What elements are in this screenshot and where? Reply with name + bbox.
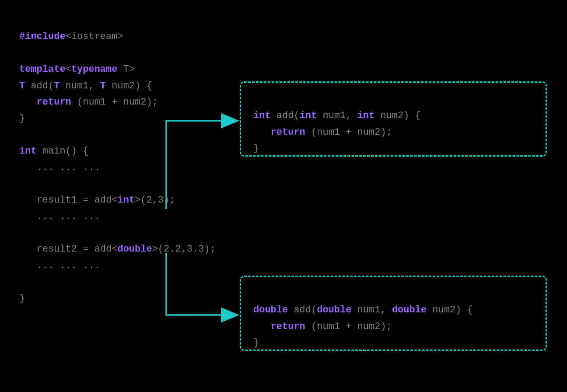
int-type-param: int (117, 195, 135, 206)
int-instantiation-box: int add(int num1, int num2) { return (nu… (240, 81, 547, 157)
template-keyword: template (19, 64, 66, 75)
return-keyword: return (37, 97, 71, 108)
include-target: <iostream> (66, 31, 123, 42)
typename-keyword: typename (71, 64, 118, 75)
int-keyword: int (19, 146, 37, 157)
ellipsis: ... ... ... (19, 162, 100, 173)
include-keyword: #include (19, 31, 66, 42)
double-instantiation-box: double add(double num1, double num2) { r… (240, 276, 547, 351)
int-return-type: int (253, 110, 271, 121)
return-keyword: return (271, 321, 305, 332)
ellipsis: ... ... ... (19, 260, 100, 271)
type-T: T (19, 80, 25, 91)
main-code-block: #include<iostream> template<typename T> … (19, 12, 216, 307)
double-type-param: double (117, 244, 152, 255)
return-keyword: return (271, 127, 305, 138)
ellipsis: ... ... ... (19, 211, 100, 222)
double-return-type: double (253, 304, 288, 315)
